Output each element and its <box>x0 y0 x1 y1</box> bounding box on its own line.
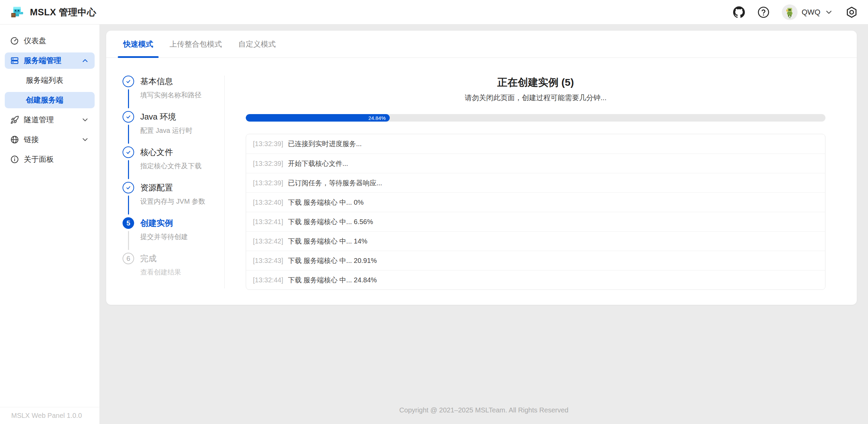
creation-subtitle: 请勿关闭此页面，创建过程可能需要几分钟... <box>246 93 825 103</box>
log-time: [13:32:42] <box>253 237 283 245</box>
log-row: [13:32:43] 下载 服务端核心 中... 20.91% <box>246 251 825 270</box>
step-check-icon <box>123 146 134 158</box>
tab-quick-mode[interactable]: 快速模式 <box>123 39 154 58</box>
log-message: 开始下载核心文件... <box>288 159 348 168</box>
log-time: [13:32:40] <box>253 199 283 206</box>
sidebar-item-create-server[interactable]: 创建服务端 <box>5 92 95 108</box>
app-brand[interactable]: MSLX 管理中心 <box>10 5 96 19</box>
sidebar-item-label: 仪表盘 <box>24 36 46 46</box>
log-row: [13:32:39] 已订阅任务，等待服务器响应... <box>246 173 825 192</box>
step-core-file: 核心文件 指定核心文件及下载 <box>123 146 224 182</box>
step-desc: 提交并等待创建 <box>140 232 188 241</box>
log-message: 下载 服务端核心 中... 20.91% <box>288 256 377 265</box>
chevron-down-icon <box>81 136 89 144</box>
progress-fill: 24.84% <box>246 114 390 122</box>
log-time: [13:32:44] <box>253 276 283 284</box>
step-title: 核心文件 <box>140 146 202 158</box>
sidebar: 仪表盘 服务端管理 服务端列表 创建服务端 <box>0 25 100 424</box>
allay-logo-icon <box>10 5 25 19</box>
create-server-card: 快速模式 上传整合包模式 自定义模式 基本信息 填写实例名称和路径 <box>106 31 857 305</box>
step-number-badge: 5 <box>123 217 134 229</box>
copyright-text: Copyright @ 2021–2025 MSLTeam. All Right… <box>100 406 868 414</box>
log-row: [13:32:41] 下载 服务端核心 中... 6.56% <box>246 212 825 231</box>
sidebar-item-label: 链接 <box>24 135 39 145</box>
sidebar-item-label: 服务端管理 <box>24 56 61 66</box>
sidebar-item-links[interactable]: 链接 <box>5 131 95 148</box>
log-row: [13:32:44] 下载 服务端核心 中... 24.84% <box>246 270 825 289</box>
chevron-down-icon <box>81 116 89 124</box>
step-desc: 填写实例名称和路径 <box>140 91 202 100</box>
sidebar-item-label: 隧道管理 <box>24 115 54 125</box>
step-title: 创建实例 <box>140 217 188 229</box>
chevron-up-icon <box>81 57 89 65</box>
settings-icon[interactable] <box>846 6 858 18</box>
sidebar-item-label: 关于面板 <box>24 154 54 164</box>
sidebar-footer: MSLX Web Panel 1.0.0 <box>0 407 99 424</box>
step-java-env: Java 环境 配置 Java 运行时 <box>123 111 224 146</box>
sidebar-item-server-list[interactable]: 服务端列表 <box>5 72 95 89</box>
log-message: 已订阅任务，等待服务器响应... <box>288 178 382 188</box>
log-row: [13:32:42] 下载 服务端核心 中... 14% <box>246 231 825 251</box>
step-number-badge: 6 <box>123 253 134 264</box>
log-message: 下载 服务端核心 中... 6.56% <box>288 217 373 226</box>
step-desc: 设置内存与 JVM 参数 <box>140 197 205 206</box>
progress-label: 24.84% <box>368 115 386 121</box>
globe-icon <box>10 135 19 144</box>
rocket-icon <box>10 115 19 124</box>
log-time: [13:32:39] <box>253 160 283 168</box>
sidebar-item-server-management[interactable]: 服务端管理 <box>5 52 95 69</box>
main-area: 快速模式 上传整合包模式 自定义模式 基本信息 填写实例名称和路径 <box>100 25 868 424</box>
log-row: [13:32:39] 开始下载核心文件... <box>246 154 825 173</box>
panel-version: MSLX Web Panel 1.0.0 <box>11 412 82 420</box>
log-message: 下载 服务端核心 中... 24.84% <box>288 276 377 285</box>
log-message: 下载 服务端核心 中... 0% <box>288 198 364 207</box>
step-check-icon <box>123 182 134 193</box>
github-icon[interactable] <box>733 6 745 18</box>
log-time: [13:32:41] <box>253 218 283 226</box>
step-desc: 查看创建结果 <box>140 268 181 277</box>
tab-upload-modpack-mode[interactable]: 上传整合包模式 <box>169 39 223 58</box>
log-time: [13:32:43] <box>253 257 283 265</box>
avatar <box>782 4 798 20</box>
step-title: 资源配置 <box>140 182 205 193</box>
step-create-instance: 5 创建实例 提交并等待创建 <box>123 217 224 253</box>
sidebar-item-dashboard[interactable]: 仪表盘 <box>5 33 95 49</box>
sidebar-item-tunnel-management[interactable]: 隧道管理 <box>5 112 95 128</box>
step-desc: 指定核心文件及下载 <box>140 161 202 171</box>
tab-custom-mode[interactable]: 自定义模式 <box>238 39 276 58</box>
log-time: [13:32:39] <box>253 140 283 148</box>
creation-log-list: [13:32:39] 已连接到实时进度服务... [13:32:39] 开始下载… <box>246 134 825 290</box>
help-icon[interactable] <box>757 6 770 18</box>
app-title: MSLX 管理中心 <box>30 6 96 18</box>
header-actions: QWQ <box>733 4 858 20</box>
log-time: [13:32:39] <box>253 179 283 187</box>
gauge-icon <box>10 36 19 45</box>
log-message: 下载 服务端核心 中... 14% <box>288 237 367 246</box>
info-icon <box>10 155 19 164</box>
mode-tabs: 快速模式 上传整合包模式 自定义模式 <box>106 31 857 58</box>
user-menu[interactable]: QWQ <box>782 4 833 20</box>
log-message: 已连接到实时进度服务... <box>288 139 362 148</box>
wizard-body: 基本信息 填写实例名称和路径 Java 环境 配置 Java 运行时 <box>106 58 857 290</box>
progress-bar: 24.84% <box>246 114 825 122</box>
sidebar-nav: 仪表盘 服务端管理 服务端列表 创建服务端 <box>0 25 99 179</box>
step-resource-config: 资源配置 设置内存与 JVM 参数 <box>123 182 224 217</box>
creation-pane: 正在创建实例 (5) 请勿关闭此页面，创建过程可能需要几分钟... 24.84%… <box>225 76 857 290</box>
sidebar-item-label: 创建服务端 <box>26 95 63 105</box>
step-finish: 6 完成 查看创建结果 <box>123 253 224 277</box>
step-check-icon <box>123 111 134 123</box>
sidebar-item-about[interactable]: 关于面板 <box>5 151 95 168</box>
step-check-icon <box>123 76 134 87</box>
server-icon <box>10 56 19 65</box>
app-header: MSLX 管理中心 <box>0 0 868 25</box>
chevron-down-icon <box>824 8 833 17</box>
step-title: Java 环境 <box>140 111 192 123</box>
step-title: 基本信息 <box>140 76 202 87</box>
step-title: 完成 <box>140 253 181 264</box>
creation-title: 正在创建实例 (5) <box>246 76 825 90</box>
user-name: QWQ <box>802 8 820 17</box>
sidebar-item-label: 服务端列表 <box>26 75 63 85</box>
step-desc: 配置 Java 运行时 <box>140 126 192 135</box>
log-row: [13:32:39] 已连接到实时进度服务... <box>246 134 825 154</box>
step-basic-info: 基本信息 填写实例名称和路径 <box>123 76 224 111</box>
